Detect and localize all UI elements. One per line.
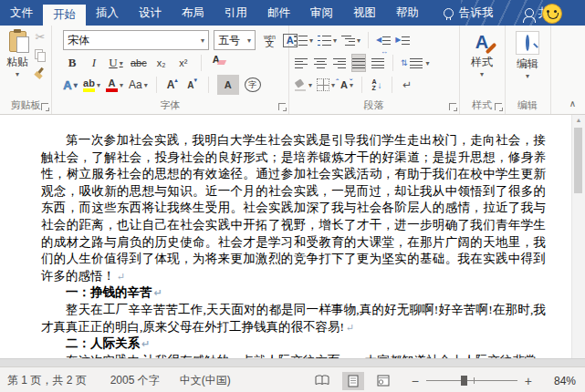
separator <box>392 55 393 71</box>
zoom-control: − + <box>408 374 536 388</box>
paragraph-mark-icon: ↵ <box>154 284 162 302</box>
word-count[interactable]: 2005 个字 <box>110 373 160 388</box>
asian-layout-icon: A <box>340 79 348 90</box>
decrease-indent-button[interactable]: ◀ <box>376 31 391 49</box>
text-highlight-button[interactable]: ab <box>83 76 100 94</box>
line-spacing-button[interactable]: ⇅ <box>401 54 430 72</box>
zoom-in-button[interactable]: + <box>521 374 536 388</box>
align-center-icon <box>314 58 327 68</box>
show-formatting-marks-button[interactable]: ↵ <box>400 76 414 94</box>
paste-label: 粘贴 <box>6 55 28 70</box>
zoom-percentage[interactable]: 84% <box>545 375 576 387</box>
clipboard-dialog-launcher[interactable] <box>41 103 48 110</box>
tab-view[interactable]: 视图 <box>343 0 386 26</box>
tab-insert[interactable]: 插入 <box>86 0 129 26</box>
document-area[interactable]: 第一次参加社会实践，我明白大学生社会实践是引导我们学生走出校门，走向社会，接触社… <box>0 115 585 358</box>
lightbulb-icon <box>444 8 454 18</box>
font-color-button[interactable]: A <box>106 76 123 94</box>
page-indicator[interactable]: 第 1 页，共 2 页 <box>7 373 87 388</box>
justify-icon <box>352 58 365 68</box>
separator <box>392 77 392 93</box>
italic-button[interactable]: I <box>87 54 101 72</box>
vertical-scrollbar[interactable]: ▲ <box>571 115 585 358</box>
zoom-slider[interactable] <box>426 375 517 387</box>
bullet-list-button[interactable] <box>294 31 313 49</box>
highlight-letters: ab <box>83 78 95 88</box>
paragraph-mark-icon: ↵ <box>346 319 354 336</box>
font-size-value: 五号 <box>218 33 240 48</box>
document-paragraph: 在这次实践中,让我很有感触的一点就人际交往方面。 大家都知道社会上人际交往非常 <box>41 353 546 358</box>
tab-design[interactable]: 设计 <box>129 0 172 26</box>
tab-file[interactable]: 文件 <box>0 0 43 26</box>
font-name-combobox[interactable]: 宋体 ▾ <box>63 30 209 50</box>
strikethrough-button[interactable]: abc <box>131 54 147 72</box>
tab-mailings[interactable]: 邮件 <box>257 0 300 26</box>
multilevel-list-button[interactable] <box>341 31 360 49</box>
shrink-font-button[interactable]: A▾ <box>185 76 200 94</box>
document-paragraph: 第一次参加社会实践，我明白大学生社会实践是引导我们学生走出校门，走向社会，接触社… <box>41 132 546 284</box>
font-color-letter: A <box>109 78 116 88</box>
document-paragraph: 整天在工厂辛辛苦苦工作,天天面对的都是同一样事物,真的好无聊啊!好辛苦啊!在那时… <box>41 302 546 335</box>
tab-home[interactable]: 开始 <box>43 5 86 26</box>
language-indicator[interactable]: 中文(中国) <box>180 373 231 388</box>
enclose-characters-button[interactable]: 字 <box>245 77 261 92</box>
borders-button[interactable] <box>317 76 335 94</box>
clear-formatting-button[interactable]: A <box>212 54 226 72</box>
cut-icon[interactable]: ✂ <box>36 31 46 43</box>
styles-label: 样式 <box>471 55 493 70</box>
copy-icon[interactable] <box>35 49 46 61</box>
zoom-out-button[interactable]: − <box>408 374 423 388</box>
font-size-combobox[interactable]: 五号 ▾ <box>214 30 256 50</box>
document-heading: 二：人际关系↵ <box>41 335 546 353</box>
font-size-dropdown-icon: ▾ <box>247 36 251 45</box>
web-layout-button[interactable] <box>371 372 395 389</box>
read-mode-button[interactable] <box>309 372 335 389</box>
tab-layout[interactable]: 布局 <box>172 0 214 26</box>
paste-button[interactable]: 粘贴 ▾ <box>2 26 33 77</box>
styles-dialog-launcher[interactable] <box>495 103 502 110</box>
collapse-ribbon-icon[interactable]: ∧ <box>569 98 576 108</box>
paragraph-group-label: 段落 <box>288 98 459 112</box>
sort-button[interactable]: AZ ↓ <box>370 76 384 94</box>
align-right-button[interactable] <box>332 54 347 72</box>
print-layout-button[interactable] <box>342 372 364 390</box>
separator <box>368 32 369 48</box>
phonetic-guide-button[interactable]: wén 文 <box>264 34 276 46</box>
change-case-button[interactable]: Aa <box>129 76 148 94</box>
scrollbar-thumb[interactable] <box>574 128 582 193</box>
web-layout-icon <box>377 375 390 387</box>
numbered-list-button[interactable] <box>318 31 337 49</box>
subscript-button[interactable]: x₂ <box>154 54 169 72</box>
shading-button[interactable] <box>294 76 312 94</box>
styles-group: A 样式 ▾ 样式 <box>459 26 506 114</box>
scroll-up-icon[interactable]: ▲ <box>572 115 585 126</box>
text-effects-button[interactable]: A <box>63 76 78 94</box>
align-center-button[interactable] <box>313 54 328 72</box>
zoom-slider-handle[interactable] <box>461 376 467 386</box>
increase-indent-button[interactable]: ▶ <box>395 31 410 49</box>
editing-dropdown-arrow: ▾ <box>526 74 529 79</box>
editing-button[interactable]: 编辑 ▾ <box>505 26 550 79</box>
asian-layout-button[interactable]: A <box>340 76 354 94</box>
justify-button[interactable] <box>351 54 366 72</box>
align-left-button[interactable] <box>294 54 308 72</box>
editing-group: 编辑 ▾ 编辑 <box>505 26 551 114</box>
tab-references[interactable]: 引用 <box>214 0 257 26</box>
bold-button[interactable]: B <box>65 54 79 72</box>
paragraph-dialog-launcher[interactable] <box>449 103 456 110</box>
tab-help[interactable]: 帮助 <box>386 0 429 26</box>
character-shading-button[interactable]: A <box>217 75 239 95</box>
format-painter-icon[interactable] <box>35 67 46 78</box>
underline-button[interactable]: U <box>109 54 123 72</box>
font-dialog-launcher[interactable] <box>278 103 286 110</box>
superscript-button[interactable]: x² <box>176 54 191 72</box>
borders-icon <box>317 78 329 91</box>
font-name-dropdown-icon: ▾ <box>201 36 204 45</box>
grow-font-button[interactable]: A▴ <box>165 76 180 94</box>
tab-review[interactable]: 审阅 <box>300 0 343 26</box>
zoom-slider-track <box>426 380 517 381</box>
distributed-button[interactable] <box>371 54 385 72</box>
smiley-face-icon <box>542 4 562 24</box>
document-page[interactable]: 第一次参加社会实践，我明白大学生社会实践是引导我们学生走出校门，走向社会，接触社… <box>0 115 546 358</box>
styles-button[interactable]: A 样式 ▾ <box>459 26 505 77</box>
